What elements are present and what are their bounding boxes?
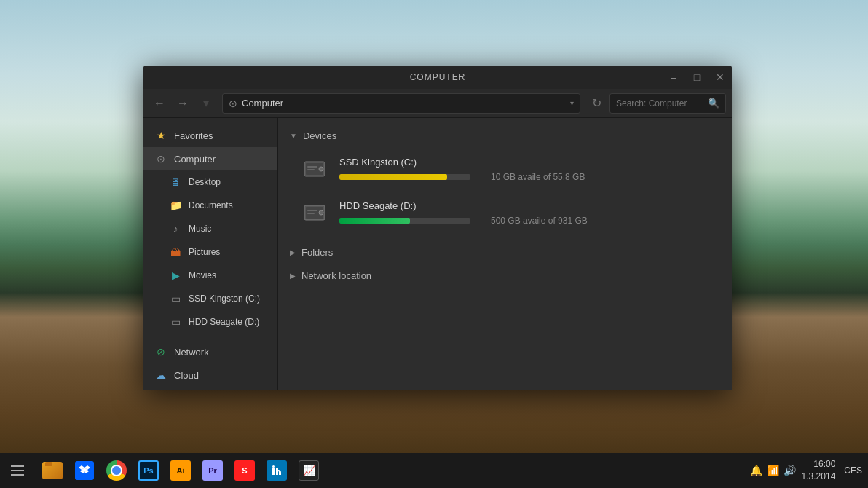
taskbar: Ps Ai Pr S 📈	[0, 453, 868, 488]
svg-rect-8	[307, 210, 317, 211]
taskbar-left: Ps Ai Pr S 📈	[6, 456, 323, 485]
taskbar-menu-button[interactable]	[6, 459, 29, 482]
clock-date: 1.3.2014	[802, 471, 836, 483]
titlebar: COMPUTER – □ ✕	[143, 66, 732, 89]
clock-time: 16:00	[802, 458, 836, 471]
address-text: Computer	[242, 98, 566, 109]
sidebar-item-documents[interactable]: 📁 Documents	[143, 194, 277, 217]
computer-icon: ⊙	[155, 153, 167, 165]
taskbar-app-photoshop[interactable]: Ps	[134, 456, 163, 485]
taskbar-app-ln[interactable]	[262, 456, 291, 485]
menu-line-3	[11, 474, 24, 476]
network-location-chevron: ▶	[290, 272, 296, 280]
sidebar-item-music[interactable]: ♪ Music	[143, 217, 277, 240]
taskbar-app-s[interactable]: S	[230, 456, 259, 485]
window-controls: – □ ✕	[662, 66, 732, 89]
back-button[interactable]: ←	[149, 93, 170, 114]
taskbar-app-premiere[interactable]: Pr	[198, 456, 227, 485]
dropdown-button[interactable]: ▾	[196, 93, 216, 114]
network-icon: ⊘	[155, 346, 167, 358]
volume-icon[interactable]: 🔊	[784, 465, 796, 476]
ssd-drive-info: SSD Kingston (C:) 10 GB availe of 55,8 G…	[339, 157, 709, 182]
address-dropdown-arrow: ▾	[570, 99, 574, 107]
sidebar-item-network[interactable]: ⊘ Network	[143, 340, 277, 363]
svg-rect-4	[307, 169, 315, 170]
s-app-icon: S	[234, 460, 255, 481]
toolbar: ← → ▾ ⊙ Computer ▾ ↻ 🔍	[143, 89, 732, 118]
movies-icon: ▶	[170, 269, 181, 281]
hdd-drive-visual-icon	[301, 200, 328, 226]
taskbar-app-files[interactable]	[38, 456, 67, 485]
minimize-button[interactable]: –	[662, 66, 685, 89]
cloud-icon: ☁	[155, 369, 167, 381]
devices-section-header[interactable]: ▼ Devices	[278, 124, 732, 147]
taskbar-apps: Ps Ai Pr S 📈	[38, 456, 323, 485]
taskbar-ces-label: CES	[844, 465, 862, 476]
sidebar-item-hdd[interactable]: ▭ HDD Seagate (D:)	[143, 310, 277, 334]
hdd-drive-icon: ▭	[170, 316, 181, 328]
sidebar-item-movies[interactable]: ▶ Movies	[143, 264, 277, 287]
sidebar-item-desktop[interactable]: 🖥 Desktop	[143, 170, 277, 194]
sidebar-item-computer[interactable]: ⊙ Computer	[143, 147, 277, 170]
taskbar-sys-icons: 🔔 📶 🔊	[750, 465, 796, 476]
ssd-progress-container	[339, 174, 470, 180]
svg-rect-9	[307, 213, 315, 214]
music-icon: ♪	[170, 223, 181, 235]
ssd-drive-icon: ▭	[170, 293, 181, 304]
sidebar-item-pictures[interactable]: 🏔 Pictures	[143, 240, 277, 264]
sidebar-item-network-label: Network	[174, 347, 209, 358]
svg-rect-16	[272, 468, 275, 475]
sidebar-item-desktop-label: Desktop	[189, 177, 221, 187]
forward-button[interactable]: →	[173, 93, 193, 114]
sidebar-item-cloud[interactable]: ☁ Cloud	[143, 363, 277, 387]
illustrator-icon: Ai	[170, 460, 191, 481]
ssd-space-label: 10 GB availe of 55,8 GB	[491, 172, 585, 182]
address-icon: ⊙	[229, 98, 237, 109]
sidebar-item-pictures-label: Pictures	[189, 247, 220, 257]
sidebar-separator	[143, 337, 277, 337]
sidebar-item-hdd-label: HDD Seagate (D:)	[189, 317, 259, 327]
taskbar-app-illustrator[interactable]: Ai	[166, 456, 195, 485]
devices-chevron: ▼	[290, 132, 297, 140]
svg-point-7	[319, 210, 323, 215]
search-icon: 🔍	[708, 98, 719, 109]
folders-section-header[interactable]: ▶ Folders	[278, 240, 732, 264]
maximize-button[interactable]: □	[685, 66, 709, 89]
sidebar: ★ Favorites ⊙ Computer 🖥 Desktop 📁 Docum…	[143, 118, 278, 390]
network-signal-icon[interactable]: 📶	[767, 465, 779, 476]
taskbar-clock: 16:00 1.3.2014	[802, 458, 836, 483]
svg-rect-19	[276, 468, 278, 475]
folders-chevron: ▶	[290, 248, 296, 256]
sidebar-item-favorites[interactable]: ★ Favorites	[143, 124, 277, 147]
refresh-button[interactable]: ↻	[586, 93, 607, 114]
address-bar[interactable]: ⊙ Computer ▾	[222, 93, 580, 114]
svg-point-2	[319, 167, 323, 171]
pictures-icon: 🏔	[170, 246, 181, 258]
hdd-drive-info: HDD Seagate (D:) 500 GB availe of 931 GB	[339, 200, 709, 226]
network-location-title: Network location	[301, 270, 371, 281]
taskbar-app-chart[interactable]: 📈	[294, 456, 323, 485]
premiere-icon: Pr	[202, 460, 223, 481]
hdd-drive-item[interactable]: HDD Seagate (D:) 500 GB availe of 931 GB	[278, 191, 732, 235]
devices-section-title: Devices	[303, 130, 336, 141]
window-title: COMPUTER	[410, 72, 466, 82]
ssd-drive-item[interactable]: SSD Kingston (C:) 10 GB availe of 55,8 G…	[278, 147, 732, 191]
svg-rect-3	[307, 166, 317, 168]
sidebar-item-movies-label: Movies	[189, 270, 216, 280]
search-input[interactable]	[616, 98, 703, 109]
search-bar[interactable]: 🔍	[609, 93, 726, 114]
sidebar-item-documents-label: Documents	[189, 200, 233, 210]
file-manager-window: COMPUTER – □ ✕ ← → ▾ ⊙ Computer ▾ ↻ 🔍 ★ …	[143, 66, 732, 390]
sidebar-item-ssd[interactable]: ▭ SSD Kingston (C:)	[143, 287, 277, 310]
chart-app-icon: 📈	[299, 460, 319, 481]
documents-icon: 📁	[170, 200, 181, 211]
menu-line-1	[11, 465, 24, 467]
content-area: ★ Favorites ⊙ Computer 🖥 Desktop 📁 Docum…	[143, 118, 732, 390]
notification-icon[interactable]: 🔔	[750, 465, 762, 476]
close-button[interactable]: ✕	[709, 66, 732, 89]
sidebar-item-favorites-label: Favorites	[174, 130, 213, 141]
network-section-header[interactable]: ▶ Network location	[278, 264, 732, 287]
chrome-icon	[106, 460, 127, 481]
taskbar-app-dropbox[interactable]	[70, 456, 99, 485]
taskbar-app-chrome[interactable]	[102, 456, 131, 485]
